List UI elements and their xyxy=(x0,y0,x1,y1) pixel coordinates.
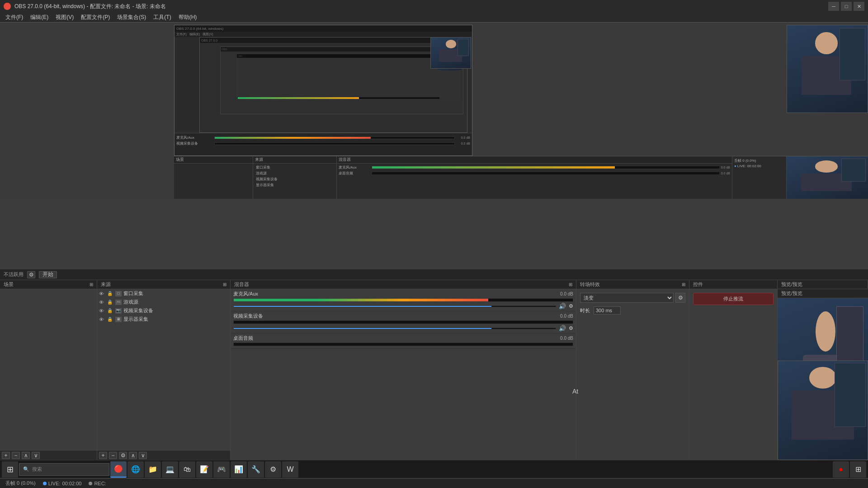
taskbar-record-btn[interactable]: ● xyxy=(833,461,849,478)
taskbar-pptx-icon[interactable]: 📊 xyxy=(231,461,247,478)
mixer-video-vol-icon[interactable]: 🔊 xyxy=(559,325,566,332)
cascade-mixer-row-2: 视频采集设备 0.0 dB xyxy=(176,141,470,146)
br-head xyxy=(809,367,836,389)
taskbar-extra-icon[interactable]: ⊞ xyxy=(850,461,866,478)
close-btn[interactable]: ✕ xyxy=(854,2,864,11)
duration-input[interactable] xyxy=(594,306,621,314)
mixer-video-db: 0.0 dB xyxy=(555,314,573,319)
frames-status: 丢帧 0 (0.0%) xyxy=(5,480,36,487)
cascade-title-1: OBS 27.0.0 (64-bit, windows) xyxy=(176,27,223,31)
sources-col-btn[interactable]: ⊞ xyxy=(223,282,226,287)
cascade-head-bottom xyxy=(815,160,838,172)
source-up-btn[interactable]: ∧ xyxy=(129,452,137,459)
lock-icon-display[interactable]: 🔒 xyxy=(107,317,113,322)
cascade-mixer-content: 麦克风/Aux 0.0 dB 桌面音频 0.0 dB xyxy=(337,164,732,177)
taskbar-store-icon[interactable]: 🛍 xyxy=(179,461,195,478)
stop-stream-btn[interactable]: 停止推流 xyxy=(693,293,774,305)
right-webcam-preview xyxy=(787,25,868,113)
taskbar-edge-icon[interactable]: 🌐 xyxy=(127,461,144,478)
col-header-sources: 来源 ⊞ xyxy=(97,280,231,289)
bg-shelf-1 xyxy=(458,39,469,56)
scene-down-btn[interactable]: ∨ xyxy=(32,452,40,459)
transitions-col-btn[interactable]: ⊞ xyxy=(682,282,685,287)
col-header-scenes: 场景 ⊞ xyxy=(0,280,97,289)
game-type-icon: 🎮 xyxy=(115,300,122,305)
lock-icon-window[interactable]: 🔒 xyxy=(107,291,113,296)
mixer-channels: 麦克风/Aux 0.0 dB 🔊 ⚙ xyxy=(231,289,576,460)
transition-select[interactable]: 淡变 xyxy=(580,293,674,303)
cascade-window-2: OBS 27.0.0 OBS OBS xyxy=(199,37,467,133)
title-bar: OBS 27.0.0 (64-bit, windows) - 配置文件: 未命名… xyxy=(0,0,868,13)
sources-list: 👁 🔒 □ 窗口采集 👁 🔒 🎮 游戏源 👁 🔒 📷 视频采集设备 xyxy=(97,289,230,450)
transition-settings-btn[interactable]: ⚙ xyxy=(675,293,685,303)
lock-icon-video[interactable]: 🔒 xyxy=(107,308,113,313)
right-webcam-person xyxy=(787,25,868,113)
taskbar-search[interactable]: 🔍 搜索 xyxy=(19,463,109,476)
source-add-btn[interactable]: + xyxy=(99,452,107,459)
taskbar-word-icon[interactable]: W xyxy=(282,461,298,478)
source-name-window: 窗口采集 xyxy=(123,290,143,297)
scene-up-btn[interactable]: ∧ xyxy=(22,452,30,459)
col-header-controls: 控件 xyxy=(689,280,778,289)
start-button[interactable]: ⊞ xyxy=(2,461,18,478)
maximize-btn[interactable]: □ xyxy=(841,2,852,11)
source-item-display[interactable]: 👁 🔒 🖥 显示器采集 xyxy=(97,315,230,324)
toolbar-label: 不活跃用 xyxy=(4,271,24,278)
column-headers: 场景 ⊞ 来源 ⊞ 混音器 ⊞ 转场特效 ⊞ 控件 预览/预览 xyxy=(0,280,868,289)
cascade-mix-bar-2 xyxy=(214,142,455,145)
mixer-mic-level-fill xyxy=(234,299,488,301)
col-header-transitions: 转场特效 ⊞ xyxy=(576,280,689,289)
rec-label: REC: xyxy=(94,481,106,486)
source-down-btn[interactable]: ∨ xyxy=(139,452,147,459)
taskbar-game-icon[interactable]: 🎮 xyxy=(213,461,230,478)
eye-icon-window[interactable]: 👁 xyxy=(99,291,105,296)
cascade-right-webcam-bottom xyxy=(787,156,868,199)
taskbar: ⊞ 🔍 搜索 🔴 🌐 📁 💻 🛍 📝 🎮 📊 🔧 ⚙ W ● ⊞ xyxy=(0,460,868,478)
menu-profile[interactable]: 配置文件(P) xyxy=(77,13,113,22)
menu-view[interactable]: 视图(V) xyxy=(52,13,77,22)
menu-scene-collection[interactable]: 场景集合(S) xyxy=(113,13,150,22)
scene-remove-btn[interactable]: − xyxy=(12,452,20,459)
cascade-titlebar-1: OBS 27.0.0 (64-bit, windows) xyxy=(175,25,472,32)
settings-icon-btn[interactable]: ⚙ xyxy=(27,271,35,278)
taskbar-explorer-icon[interactable]: 📁 xyxy=(145,461,161,478)
taskbar-obs-icon[interactable]: 🔴 xyxy=(110,461,127,478)
eye-icon-game[interactable]: 👁 xyxy=(99,300,105,305)
cascade-audio-4 xyxy=(238,97,439,99)
minimize-btn[interactable]: ─ xyxy=(828,2,839,11)
source-name-display: 显示器采集 xyxy=(123,316,148,323)
menu-edit[interactable]: 编辑(E) xyxy=(27,13,52,22)
taskbar-terminal-icon[interactable]: 💻 xyxy=(162,461,178,478)
menu-tools[interactable]: 工具(T) xyxy=(150,13,175,22)
lock-icon-game[interactable]: 🔒 xyxy=(107,300,113,305)
mixer-col-btn[interactable]: ⊞ xyxy=(569,282,572,287)
at-text: At xyxy=(572,388,578,395)
cascade-mix-label-2: 视频采集设备 xyxy=(176,141,212,146)
transition-select-row: 淡变 ⚙ xyxy=(580,293,685,303)
taskbar-settings-icon[interactable]: ⚙ xyxy=(265,461,281,478)
source-item-window[interactable]: 👁 🔒 □ 窗口采集 xyxy=(97,289,230,298)
cascade-window-3: OBS OBS xyxy=(220,47,463,114)
cascade-mixer-header: 混音器 xyxy=(337,156,732,164)
start-btn[interactable]: 开始 xyxy=(39,271,57,278)
source-settings-btn[interactable]: ⚙ xyxy=(119,452,127,459)
scenes-col-btn[interactable]: ⊞ xyxy=(90,282,93,287)
mixer-video-controls: 🔊 ⚙ xyxy=(233,325,573,332)
scene-add-btn[interactable]: + xyxy=(2,452,10,459)
mixer-mic-settings-icon[interactable]: ⚙ xyxy=(569,303,573,309)
mixer-mic-vol-icon[interactable]: 🔊 xyxy=(559,303,566,310)
menu-help[interactable]: 帮助(H) xyxy=(175,13,201,22)
source-item-video[interactable]: 👁 🔒 📷 视频采集设备 xyxy=(97,306,230,315)
cascade-ch1: 麦克风/Aux 0.0 dB xyxy=(339,165,730,170)
source-item-game[interactable]: 👁 🔒 🎮 游戏源 xyxy=(97,298,230,306)
cascade-sources-small: 来源 窗口采集 游戏源 视频采集设备 显示器采集 xyxy=(253,156,337,199)
eye-icon-video[interactable]: 👁 xyxy=(99,308,105,314)
taskbar-misc-icon[interactable]: 🔧 xyxy=(248,461,264,478)
mixer-mic-controls: 🔊 ⚙ xyxy=(233,303,573,310)
mixer-video-settings-icon[interactable]: ⚙ xyxy=(569,325,573,331)
source-remove-btn[interactable]: − xyxy=(109,452,117,459)
cascade-scenes-small: 场景 xyxy=(174,156,253,199)
menu-file[interactable]: 文件(F) xyxy=(2,13,27,22)
eye-icon-display[interactable]: 👁 xyxy=(99,317,105,322)
taskbar-vscode-icon[interactable]: 📝 xyxy=(196,461,212,478)
